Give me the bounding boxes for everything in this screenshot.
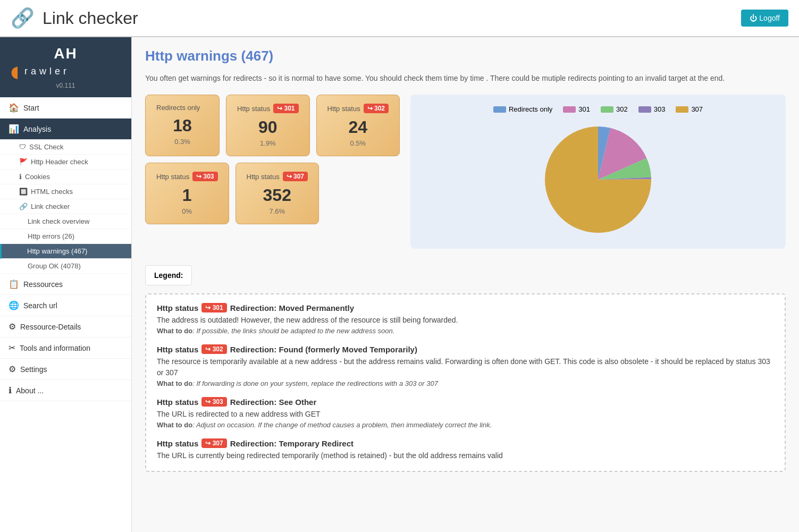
link-icon: 🔗 bbox=[19, 202, 28, 210]
page-description: You often get warnings for redirects - s… bbox=[145, 73, 786, 84]
sidebar-label-start: Start bbox=[23, 104, 39, 112]
legend-label-303: 303 bbox=[654, 105, 666, 113]
sidebar-item-ressources[interactable]: 📋 Ressources bbox=[0, 274, 131, 295]
exp-heading-302: Redirection: Found (formerly Moved Tempo… bbox=[230, 345, 417, 354]
exp-badge-303: ↪ 303 bbox=[201, 397, 226, 407]
badge-301: ↪ 301 bbox=[273, 104, 298, 113]
sidebar-item-start[interactable]: 🏠 Start bbox=[0, 97, 131, 119]
exp-badge-301: ↪ 301 bbox=[201, 303, 226, 313]
sidebar-label-ressources: Ressources bbox=[23, 280, 63, 289]
sidebar-label-link-overview: Link check overview bbox=[28, 217, 89, 225]
main-layout: AH ◖ rawler v0.111 🏠 Start 📊 Analysis 🛡 … bbox=[0, 37, 799, 532]
exp-heading-307: Redirection: Temporary Redirect bbox=[230, 439, 354, 448]
sidebar-label-analysis: Analysis bbox=[23, 125, 51, 133]
sidebar-label-tools: Tools and information bbox=[20, 344, 90, 352]
sidebar-item-settings[interactable]: ⚙ Settings bbox=[0, 359, 131, 380]
exp-label-302: Http status bbox=[157, 345, 198, 354]
exp-title-302: Http status ↪ 302 Redirection: Found (fo… bbox=[157, 344, 774, 354]
exp-label-307: Http status bbox=[157, 439, 198, 448]
stat-card-302: Http status ↪ 302 24 0.5% bbox=[316, 95, 400, 156]
content-area: Http warnings (467) You often get warnin… bbox=[132, 37, 799, 532]
logo-version: v0.111 bbox=[11, 82, 121, 89]
sidebar: AH ◖ rawler v0.111 🏠 Start 📊 Analysis 🛡 … bbox=[0, 37, 132, 532]
logo-area: AH ◖ rawler v0.111 bbox=[0, 37, 131, 97]
exp-todo-301: What to do: If possible, the links shoul… bbox=[157, 327, 774, 335]
header-left: 🔗 Link checker bbox=[11, 7, 138, 29]
legend-dot-307 bbox=[676, 106, 688, 113]
exp-entry-303: Http status ↪ 303 Redirection: See Other… bbox=[157, 397, 774, 429]
pie-chart-container: Redirects only 301 302 303 bbox=[410, 95, 786, 249]
sidebar-label-settings: Settings bbox=[20, 365, 47, 374]
value-301: 90 bbox=[237, 117, 299, 137]
sidebar-sub-http-warnings[interactable]: Http warnings (467) bbox=[0, 244, 131, 259]
home-icon: 🏠 bbox=[9, 103, 19, 113]
exp-entry-302: Http status ↪ 302 Redirection: Found (fo… bbox=[157, 344, 774, 387]
sidebar-item-about[interactable]: ℹ About ... bbox=[0, 380, 131, 401]
sidebar-sub-link-checker[interactable]: 🔗 Link checker bbox=[0, 199, 131, 214]
exp-desc-303: The URL is redirected to a new address w… bbox=[157, 409, 774, 420]
logo-crawler-text: rawler bbox=[24, 66, 70, 77]
header: 🔗 Link checker ⏻ Logoff bbox=[0, 0, 799, 37]
stats-cards: Redirects only 18 0.3% Http status ↪ 301… bbox=[145, 95, 400, 231]
http-status-label-307: Http status bbox=[247, 173, 280, 181]
about-icon: ℹ bbox=[9, 385, 12, 395]
globe-icon: 🌐 bbox=[9, 300, 19, 310]
sidebar-sub-group-ok[interactable]: Group OK (4078) bbox=[0, 259, 131, 274]
logo-pacman: ◖ bbox=[11, 62, 22, 81]
sidebar-item-search-url[interactable]: 🌐 Search url bbox=[0, 295, 131, 316]
legend-label-301: 301 bbox=[578, 105, 590, 113]
sidebar-sub-http-header[interactable]: 🚩 Http Header check bbox=[0, 155, 131, 170]
sidebar-item-analysis[interactable]: 📊 Analysis bbox=[0, 119, 131, 140]
sidebar-label-http-header: Http Header check bbox=[31, 158, 88, 166]
link-checker-icon: 🔗 bbox=[11, 7, 35, 29]
exp-todo-303: What to do: Adjust on occasion. If the c… bbox=[157, 421, 774, 429]
logoff-button[interactable]: ⏻ Logoff bbox=[741, 10, 788, 27]
legend-dot-301 bbox=[563, 106, 576, 113]
cards-row-1: Redirects only 18 0.3% Http status ↪ 301… bbox=[145, 95, 400, 156]
html-icon: 🔲 bbox=[19, 188, 28, 196]
sidebar-item-ressource-details[interactable]: ⚙ Ressource-Details bbox=[0, 316, 131, 337]
badge-303: ↪ 303 bbox=[192, 172, 217, 181]
legend-entry-redirects: Redirects only bbox=[493, 105, 552, 113]
value-307: 352 bbox=[247, 185, 308, 205]
sidebar-sub-link-overview[interactable]: Link check overview bbox=[0, 214, 131, 229]
sidebar-label-about: About ... bbox=[16, 386, 44, 395]
stat-card-301: Http status ↪ 301 90 1.9% bbox=[226, 95, 310, 156]
cookies-icon: ℹ bbox=[19, 173, 22, 181]
logo-crawler: ◖ rawler bbox=[11, 62, 121, 81]
legend-entry-302: 302 bbox=[601, 105, 628, 113]
exp-desc-307: The URL is currently being redirected te… bbox=[157, 450, 774, 461]
ressources-icon: 📋 bbox=[9, 279, 19, 289]
sidebar-sub-html-checks[interactable]: 🔲 HTML checks bbox=[0, 184, 131, 199]
legend-label-307: 307 bbox=[691, 105, 703, 113]
redirects-only-percent: 0.3% bbox=[156, 138, 208, 146]
http-warnings-title: Http warnings (467) bbox=[145, 48, 786, 64]
http-status-label-303: Http status bbox=[156, 173, 189, 181]
sidebar-sub-cookies[interactable]: ℹ Cookies bbox=[0, 170, 131, 184]
exp-badge-302: ↪ 302 bbox=[201, 344, 226, 354]
chart-legend: Redirects only 301 302 303 bbox=[493, 105, 703, 113]
redirects-only-label: Redirects only bbox=[156, 104, 200, 112]
cards-row-2: Http status ↪ 303 1 0% Http status ↪ 307… bbox=[145, 163, 400, 224]
sidebar-sub-http-errors[interactable]: Http errors (26) bbox=[0, 229, 131, 244]
cards-chart-section: Redirects only 18 0.3% Http status ↪ 301… bbox=[145, 95, 786, 249]
value-303: 1 bbox=[156, 185, 218, 205]
logo-ah: AH bbox=[11, 45, 121, 62]
legend-dot-redirects bbox=[493, 106, 506, 113]
exp-label-301: Http status bbox=[157, 303, 198, 313]
value-302: 24 bbox=[327, 117, 389, 137]
stat-card-307: Http status ↪ 307 352 7.6% bbox=[236, 163, 319, 224]
percent-301: 1.9% bbox=[237, 139, 299, 147]
stat-card-303: Http status ↪ 303 1 0% bbox=[145, 163, 229, 224]
sidebar-label-ressource-details: Ressource-Details bbox=[20, 323, 81, 331]
exp-entry-307: Http status ↪ 307 Redirection: Temporary… bbox=[157, 438, 774, 461]
page-title: Link checker bbox=[43, 9, 138, 28]
sidebar-item-tools[interactable]: ✂ Tools and information bbox=[0, 337, 131, 359]
exp-title-301: Http status ↪ 301 Redirection: Moved Per… bbox=[157, 303, 774, 313]
exp-desc-301: The address is outdated! However, the ne… bbox=[157, 315, 774, 326]
sidebar-label-link-checker: Link checker bbox=[31, 202, 70, 210]
sidebar-sub-ssl[interactable]: 🛡 SSL Check bbox=[0, 140, 131, 155]
legend-box: Legend: bbox=[145, 265, 192, 285]
legend-entry-307: 307 bbox=[676, 105, 703, 113]
sidebar-label-ssl: SSL Check bbox=[29, 143, 64, 151]
